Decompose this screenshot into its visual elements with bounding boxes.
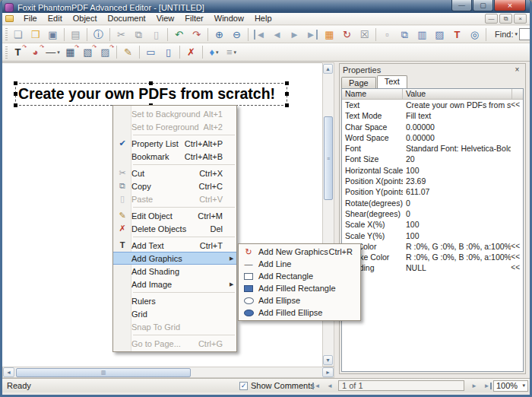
- property-row-font[interactable]: FontStandard Font: Helvetica-Bold: [342, 143, 523, 154]
- undo-button[interactable]: ↶: [171, 27, 187, 42]
- align-tool[interactable]: ≡▾: [223, 45, 239, 59]
- close-icon[interactable]: ×: [512, 65, 522, 75]
- pan-tool-button[interactable]: ◎: [467, 27, 483, 42]
- scroll-up-icon[interactable]: ▲: [323, 64, 333, 74]
- selection-handle[interactable]: [285, 103, 289, 107]
- expand-value-button[interactable]: <<: [511, 252, 523, 262]
- selection-handle[interactable]: [149, 81, 153, 85]
- mdi-minimize-button[interactable]: —: [485, 14, 498, 24]
- context-item-property-list[interactable]: ✔Property ListCtrl+Alt+P: [113, 137, 236, 150]
- snapshot-button[interactable]: ▫: [379, 27, 395, 42]
- property-row-fill-color[interactable]: Fill ColorR :0%, G :0%, B :0%, a:100%<<: [342, 241, 523, 252]
- menu-object[interactable]: Object: [68, 13, 103, 24]
- add-line-tool[interactable]: —▾: [45, 45, 61, 59]
- mdi-close-button[interactable]: ×: [514, 14, 527, 24]
- open-file-button[interactable]: ❒: [27, 27, 43, 42]
- document-text-object[interactable]: Create your own PDFs from scratch!: [18, 85, 275, 103]
- first-page-button[interactable]: ◄: [252, 27, 268, 42]
- menu-file[interactable]: File: [18, 13, 43, 24]
- edit-object-tool[interactable]: ✎: [120, 45, 136, 59]
- context-item-add-graphics[interactable]: Add Graphics▶: [113, 252, 236, 265]
- add-graphics-tool[interactable]: ◕↷: [27, 45, 43, 59]
- selection-handle[interactable]: [285, 92, 289, 96]
- submenu-item-add-filled-ellipse[interactable]: Add Filled Ellipse: [239, 306, 360, 319]
- expand-value-button[interactable]: <<: [511, 241, 523, 252]
- property-row-shear-degrees[interactable]: Shear(degrees)0: [342, 208, 523, 219]
- property-row-scale-x[interactable]: Scale X(%)100: [342, 219, 523, 230]
- context-item-add-image[interactable]: Add Image▶: [113, 278, 236, 291]
- add-text-tool[interactable]: T↷: [10, 45, 26, 59]
- submenu-item-add-new-graphics[interactable]: ↻Add New GraphicsCtrl+R: [239, 246, 360, 258]
- page-indicator-field[interactable]: 1 of 1: [338, 380, 464, 391]
- chevron-down-icon[interactable]: ▾: [216, 49, 219, 56]
- mdi-restore-button[interactable]: ⧉: [499, 14, 512, 24]
- context-item-edit-object[interactable]: ✎Edit ObjectCtrl+M: [113, 209, 236, 222]
- context-item-bookmark[interactable]: BookmarkCtrl+Alt+B: [113, 150, 236, 163]
- next-page-nav-button[interactable]: ►: [468, 381, 480, 391]
- property-row-text[interactable]: TextCreate your own PDFs from scra<<: [342, 100, 523, 110]
- horizontal-scroll-thumb[interactable]: ▥: [16, 368, 191, 377]
- scroll-right-icon[interactable]: ►: [322, 367, 334, 377]
- insert-image-button[interactable]: ▨: [432, 27, 448, 42]
- property-row-position-x-points[interactable]: Position X(points)23.69: [342, 176, 523, 186]
- horizontal-scrollbar[interactable]: ◄ ▥ ►: [2, 367, 334, 378]
- submenu-item-add-line[interactable]: —Add Line: [239, 258, 360, 270]
- chevron-down-icon[interactable]: ▾: [234, 49, 237, 56]
- toolbar-grip[interactable]: [5, 28, 8, 40]
- zoom-level-select[interactable]: 100% ▾: [493, 380, 528, 392]
- context-item-add-shading[interactable]: Add Shading: [113, 265, 236, 278]
- context-item-add-text[interactable]: TAdd TextCtrl+T: [113, 239, 236, 252]
- rotate-page-button[interactable]: ↻: [339, 27, 355, 42]
- property-row-stroke-color[interactable]: Stroke ColorR :0%, G :0%, B :0%, a:100%<…: [342, 252, 523, 262]
- selection-handle[interactable]: [14, 81, 17, 85]
- clear-page-button[interactable]: ☒: [356, 27, 372, 42]
- submenu-item-add-rectangle[interactable]: Add Rectangle: [239, 270, 360, 282]
- next-page-button[interactable]: ►: [287, 27, 302, 42]
- expand-value-button[interactable]: <<: [511, 100, 523, 110]
- find-input[interactable]: [519, 28, 532, 40]
- column-header-value[interactable]: Value: [403, 89, 512, 99]
- scroll-down-icon[interactable]: ▼: [323, 355, 333, 365]
- context-item-copy[interactable]: ⧉CopyCtrl+C: [113, 179, 236, 192]
- property-row-horizontal-scale[interactable]: Horizontal Scale(%)100: [342, 165, 523, 176]
- menu-document[interactable]: Document: [103, 13, 151, 24]
- print-button[interactable]: ▤: [68, 27, 84, 42]
- previous-page-button[interactable]: ◄: [269, 27, 285, 42]
- find-dropdown-caret-icon[interactable]: ▾: [515, 31, 518, 37]
- new-document-button[interactable]: ❏: [10, 27, 26, 42]
- cut-button[interactable]: ✂: [113, 27, 129, 42]
- property-row-shading[interactable]: ShadingNULL<<: [342, 262, 523, 273]
- maximize-button[interactable]: ▢: [473, 0, 493, 11]
- tab-page[interactable]: Page: [341, 77, 376, 88]
- page-thumbnails-button[interactable]: ▦: [321, 27, 337, 42]
- text-page-button[interactable]: T: [449, 27, 465, 42]
- property-row-scale-y[interactable]: Scale Y(%)100: [342, 230, 523, 241]
- toolbar-grip[interactable]: [5, 46, 8, 59]
- selection-handle[interactable]: [14, 103, 17, 107]
- select-text-button[interactable]: ⧉: [397, 27, 413, 42]
- redo-button[interactable]: ↷: [188, 27, 204, 42]
- edit-image-tool[interactable]: ▧↷: [80, 45, 96, 59]
- menu-filter[interactable]: Filter: [179, 13, 208, 24]
- show-comments-checkbox[interactable]: ✓: [239, 382, 248, 390]
- menu-edit[interactable]: Edit: [43, 13, 68, 24]
- zoom-in-button[interactable]: ⊕: [211, 27, 227, 42]
- page-layout-button[interactable]: ▥: [414, 27, 430, 42]
- context-item-delete-objects[interactable]: ✗Delete ObjectsDel: [113, 222, 236, 235]
- last-page-nav-button[interactable]: ►: [482, 381, 494, 391]
- property-row-char-space[interactable]: Char Space0.00000: [342, 122, 523, 132]
- close-button[interactable]: ×: [494, 0, 526, 11]
- property-row-word-space[interactable]: Word Space0.00000: [342, 132, 523, 143]
- expand-value-button[interactable]: <<: [511, 262, 523, 273]
- select-area-tool[interactable]: ▯: [160, 45, 176, 59]
- menu-help[interactable]: Help: [249, 13, 277, 24]
- first-page-nav-button[interactable]: ◄: [310, 381, 322, 391]
- context-item-rulers[interactable]: Rulers: [113, 294, 236, 307]
- delete-objects-tool[interactable]: ✗: [183, 45, 199, 59]
- document-info-button[interactable]: ⓘ: [90, 27, 106, 42]
- select-object-tool[interactable]: ▭: [143, 45, 159, 59]
- save-button[interactable]: ▣: [45, 27, 61, 42]
- context-item-cut[interactable]: ✂CutCtrl+X: [113, 167, 236, 179]
- vertical-scrollbar[interactable]: ▲ ≡ ▼: [322, 62, 334, 367]
- minimize-button[interactable]: —: [451, 0, 472, 11]
